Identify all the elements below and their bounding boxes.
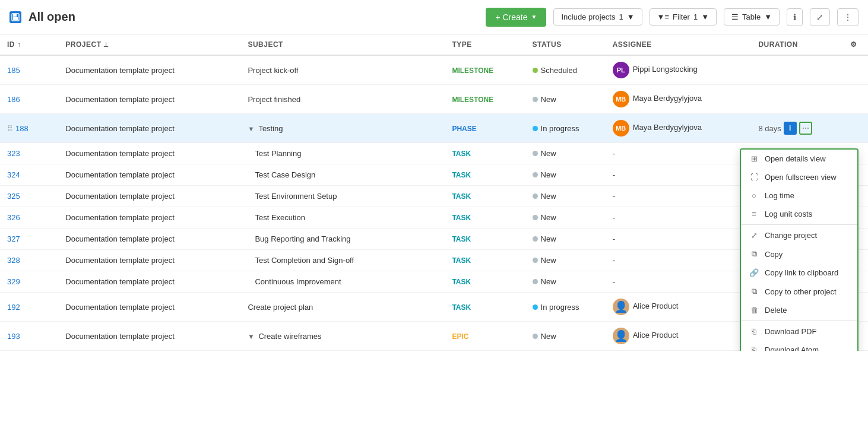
- header: All open + Create ▼ Include projects 1 ▼…: [0, 0, 868, 34]
- more-options-button[interactable]: ⋮: [837, 8, 859, 26]
- menu-item-label: Open fullscreen view: [765, 173, 837, 182]
- table-row[interactable]: 326Documentation template projectTest Ex…: [0, 207, 868, 229]
- cell-type: TASK: [445, 186, 525, 207]
- context-menu-item[interactable]: ⎗Download Atom: [741, 341, 857, 351]
- issue-id-link[interactable]: 326: [7, 213, 20, 222]
- expand-button[interactable]: ⤢: [810, 8, 830, 26]
- cell-status: New: [525, 271, 606, 293]
- table-row[interactable]: 328Documentation template projectTest Co…: [0, 250, 868, 271]
- cell-type: TASK: [445, 143, 525, 164]
- context-menu-item[interactable]: ⧉Copy: [741, 245, 857, 264]
- drag-handle-icon[interactable]: ⠿: [7, 124, 13, 133]
- row-actions: 8 daysi⋯: [758, 122, 831, 135]
- cell-id: 324: [0, 164, 58, 186]
- include-projects-count: 1: [619, 12, 623, 21]
- context-menu-item[interactable]: ⎗Download PDF: [741, 322, 857, 341]
- cell-id: ⠿188: [0, 114, 58, 143]
- cell-type: TASK: [445, 164, 525, 186]
- expand-chevron-icon[interactable]: ▼: [248, 125, 256, 132]
- issue-id-link[interactable]: 323: [7, 149, 20, 158]
- issue-id-link[interactable]: 327: [7, 234, 20, 243]
- type-badge: MILESTONE: [452, 66, 493, 75]
- cell-project: Documentation template project: [58, 186, 240, 207]
- table-row[interactable]: 192Documentation template projectCreate …: [0, 293, 868, 322]
- issue-id-link[interactable]: 325: [7, 192, 20, 201]
- atom-icon: ⎗: [749, 345, 759, 351]
- cell-assignee: PLPippi Longstocking: [606, 55, 752, 85]
- filter-button[interactable]: ▼≡ Filter 1 ▼: [650, 8, 717, 26]
- context-menu-item[interactable]: ⊞Open details view: [741, 150, 857, 168]
- avatar: MB: [613, 91, 629, 107]
- issue-id-link[interactable]: 193: [7, 332, 20, 341]
- table-arrow: ▼: [764, 12, 772, 21]
- col-header-duration[interactable]: DURATION: [751, 34, 838, 55]
- col-header-settings[interactable]: ⚙: [839, 34, 868, 55]
- avatar: 👤: [613, 328, 629, 344]
- type-badge: PHASE: [452, 125, 476, 133]
- status-dot-icon: [533, 334, 538, 339]
- cell-subject: ▼ Create wireframes: [240, 322, 445, 351]
- issue-id-link[interactable]: 329: [7, 277, 20, 286]
- issue-id-link[interactable]: 324: [7, 170, 20, 179]
- type-badge: TASK: [452, 192, 471, 201]
- table-row[interactable]: 327Documentation template projectBug Rep…: [0, 229, 868, 250]
- info-button[interactable]: ℹ: [787, 8, 803, 26]
- table-row[interactable]: 323Documentation template projectTest Pl…: [0, 143, 868, 164]
- row-more-button[interactable]: ⋯: [799, 122, 812, 135]
- context-menu-item[interactable]: ⧉Copy to other project: [741, 282, 857, 301]
- context-menu-item[interactable]: ⛶Open fullscreen view: [741, 168, 857, 186]
- id-sort-icon: ↑: [17, 40, 21, 49]
- issue-id-link[interactable]: 185: [7, 66, 20, 75]
- create-button[interactable]: + Create ▼: [486, 8, 546, 27]
- cell-status: New: [525, 186, 606, 207]
- fullscreen-icon: ⛶: [749, 173, 759, 182]
- cell-status: New: [525, 207, 606, 229]
- table-row[interactable]: ⠿188Documentation template project▼ Test…: [0, 114, 868, 143]
- pdf-icon: ⎗: [749, 327, 759, 336]
- context-menu-item[interactable]: ○Log time: [741, 186, 857, 205]
- col-header-assignee[interactable]: ASSIGNEE: [606, 34, 752, 55]
- page-title: All open: [28, 10, 75, 24]
- issues-table: ID ↑ PROJECT ⊥ SUBJECT TYPE STATUS ASSIG…: [0, 34, 868, 351]
- context-menu-item[interactable]: ≡Log unit costs: [741, 205, 857, 223]
- table-view-button[interactable]: ☰ Table ▼: [724, 8, 780, 26]
- type-badge: EPIC: [452, 332, 468, 341]
- cell-id: 186: [0, 85, 58, 114]
- cell-status: New: [525, 229, 606, 250]
- table-row[interactable]: 329Documentation template projectContinu…: [0, 271, 868, 293]
- cell-id: 326: [0, 207, 58, 229]
- status-dot-icon: [533, 304, 538, 310]
- context-menu-item[interactable]: 🔗Copy link to clipboard: [741, 264, 857, 282]
- cell-type: MILESTONE: [445, 55, 525, 85]
- status-dot-icon: [533, 236, 538, 242]
- include-projects-button[interactable]: Include projects 1 ▼: [553, 8, 642, 26]
- row-info-button[interactable]: i: [784, 122, 797, 135]
- cell-project: Documentation template project: [58, 55, 240, 85]
- issue-id-link[interactable]: 192: [7, 303, 20, 312]
- table-row[interactable]: 325Documentation template projectTest En…: [0, 186, 868, 207]
- context-menu-item[interactable]: 🗑Delete: [741, 301, 857, 319]
- context-menu: ⊞Open details view⛶Open fullscreen view○…: [740, 148, 859, 351]
- issue-id-link[interactable]: 186: [7, 95, 20, 104]
- issue-id-link[interactable]: 328: [7, 256, 20, 265]
- cell-status: New: [525, 250, 606, 271]
- col-header-id[interactable]: ID ↑: [0, 34, 58, 55]
- expand-chevron-icon[interactable]: ▼: [248, 333, 256, 340]
- table-row[interactable]: 193Documentation template project▼ Creat…: [0, 322, 868, 351]
- cell-assignee: -: [606, 229, 752, 250]
- menu-item-label: Download Atom: [765, 345, 819, 351]
- svg-rect-1: [13, 14, 17, 17]
- cell-subject: Test Environment Setup: [240, 186, 445, 207]
- context-menu-item[interactable]: ⤢Change project: [741, 226, 857, 245]
- table-row[interactable]: 186Documentation template projectProject…: [0, 85, 868, 114]
- table-row[interactable]: 324Documentation template projectTest Ca…: [0, 164, 868, 186]
- cell-type: TASK: [445, 271, 525, 293]
- col-header-status[interactable]: STATUS: [525, 34, 606, 55]
- col-header-type[interactable]: TYPE: [445, 34, 525, 55]
- issue-id-link[interactable]: 188: [15, 124, 28, 133]
- table-row[interactable]: 185Documentation template projectProject…: [0, 55, 868, 85]
- cell-type: EPIC: [445, 322, 525, 351]
- cell-subject: Test Planning: [240, 143, 445, 164]
- col-header-project[interactable]: PROJECT ⊥: [58, 34, 240, 55]
- col-header-subject[interactable]: SUBJECT: [240, 34, 445, 55]
